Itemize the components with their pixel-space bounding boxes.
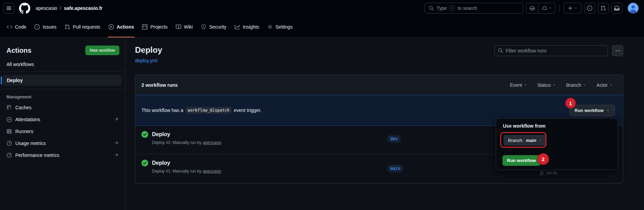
play-icon (108, 24, 114, 30)
banner-text-before: This workflow has a (141, 108, 183, 113)
tab-security[interactable]: Security (197, 16, 231, 37)
branch-filter-dropdown[interactable]: Branch (566, 82, 586, 88)
new-workflow-button[interactable]: New workflow (85, 46, 119, 55)
search-placeholder-prefix: Type (437, 5, 447, 11)
create-new-button[interactable] (564, 3, 581, 14)
run-description: Deploy #1: Manually run by (152, 169, 201, 174)
tab-label: Issues (43, 24, 56, 30)
copilot-icon (529, 5, 535, 11)
filter-label: Status (537, 82, 551, 88)
filter-workflow-runs-input[interactable] (494, 45, 608, 56)
sidebar-item-runners[interactable]: Runners (0, 125, 125, 137)
issues-button[interactable] (584, 3, 595, 14)
tab-label: Insights (243, 24, 259, 30)
inbox-button[interactable] (611, 3, 622, 14)
tab-label: Actions (117, 24, 134, 30)
breadcrumb-repo[interactable]: safe.apescasio.fr (64, 5, 103, 11)
global-search-input[interactable]: Type / to search (425, 3, 523, 14)
copilot-button[interactable] (526, 3, 538, 13)
sidebar-item-caches[interactable]: Caches (0, 101, 125, 113)
arrow-up-right-icon (114, 141, 119, 145)
sidebar-item-performance-metrics[interactable]: Performance metrics (0, 149, 125, 161)
event-filter-dropdown[interactable]: Event (510, 82, 527, 88)
chevron-down-icon (539, 139, 542, 142)
run-workflow-dropdown-button[interactable]: Run workflow (570, 105, 615, 116)
workflow-options-button[interactable] (612, 45, 623, 56)
sidebar-item-all-workflows[interactable]: All workflows (0, 59, 125, 71)
branch-badge[interactable]: dev (387, 135, 401, 143)
tab-actions[interactable]: Actions (104, 16, 138, 37)
filter-label: Branch (566, 82, 581, 88)
sidebar-section-management: Management (0, 89, 125, 101)
filter-label: Actor (596, 82, 608, 88)
database-icon (6, 105, 12, 110)
verified-icon (6, 117, 12, 122)
banner-text-after: event trigger. (234, 108, 261, 113)
tab-wiki[interactable]: Wiki (172, 16, 197, 37)
meter-icon (6, 141, 12, 146)
tab-settings[interactable]: Settings (263, 16, 297, 37)
github-actions-page: apescasio / safe.apescasio.fr Type / to … (0, 0, 644, 210)
branch-prefix: Branch: (508, 138, 523, 143)
chevron-down-icon (574, 6, 578, 10)
chevron-down-icon (583, 83, 586, 87)
workflow-file-link[interactable]: deploy.yml (135, 58, 157, 63)
run-duration: 1m 0s (539, 171, 557, 175)
filter-label: Event (510, 82, 522, 88)
breadcrumb-owner[interactable]: apescasio (36, 5, 57, 11)
status-filter-dropdown[interactable]: Status (537, 82, 556, 88)
issue-opened-icon (34, 24, 40, 30)
run-title-link[interactable]: Deploy (152, 159, 221, 166)
sidebar-item-usage-metrics[interactable]: Usage metrics (0, 137, 125, 149)
tab-issues[interactable]: Issues (30, 16, 60, 37)
gear-icon (267, 24, 273, 30)
tab-label: Wiki (184, 24, 193, 30)
actor-filter-dropdown[interactable]: Actor (596, 82, 613, 88)
arrow-up-right-icon (114, 117, 119, 122)
run-actor-link[interactable]: apescasio (203, 169, 221, 174)
run-subtitle: Deploy #1: Manually run by apescasio (152, 169, 221, 174)
inbox-icon (614, 5, 620, 11)
tab-pull-requests[interactable]: Pull requests (61, 16, 104, 37)
run-info: Deploy Deploy #2: Manually run by apesca… (152, 131, 221, 145)
tab-code[interactable]: Code (3, 16, 30, 37)
workflow-runs-count: 2 workflow runs (141, 82, 178, 88)
branch-value: main (526, 138, 536, 143)
sidebar-item-attestations[interactable]: Attestations (0, 113, 125, 125)
run-actor-link[interactable]: apescasio (203, 140, 221, 145)
project-icon (142, 24, 148, 30)
breadcrumb-separator: / (60, 5, 61, 11)
run-subtitle: Deploy #2: Manually run by apescasio (152, 140, 221, 145)
run-workflow-submit-button[interactable]: Run workflow (503, 155, 540, 166)
actions-sidebar: Actions New workflow All workflows Deplo… (0, 37, 125, 210)
sidebar-item-deploy-selected[interactable]: Deploy (3, 75, 121, 86)
branch-selector-dropdown[interactable]: Branch:main (504, 135, 546, 145)
banner-text: This workflow has a workflow_dispatch ev… (141, 107, 261, 114)
chevron-down-icon (609, 83, 613, 87)
code-icon (7, 24, 12, 30)
sidebar-title: Actions (6, 47, 31, 54)
meter-icon (6, 152, 12, 158)
pull-requests-button[interactable] (598, 3, 609, 14)
github-logo[interactable] (19, 3, 30, 14)
issue-opened-icon (587, 5, 592, 11)
run-title-link[interactable]: Deploy (152, 131, 221, 138)
avatar-image (628, 3, 639, 14)
check-circle-icon (141, 160, 148, 166)
search-placeholder-suffix: to search (458, 5, 477, 11)
avatar[interactable] (628, 3, 639, 14)
tab-label: Settings (275, 24, 293, 30)
arrow-up-right-icon (114, 153, 119, 157)
branch-badge[interactable]: main (387, 165, 403, 172)
book-icon (176, 24, 181, 30)
slash-key-hint: / (450, 5, 455, 11)
check-circle-icon (141, 131, 148, 138)
tab-insights[interactable]: Insights (231, 16, 263, 37)
run-info: Deploy Deploy #1: Manually run by apesca… (152, 159, 221, 174)
tab-projects[interactable]: Projects (138, 16, 172, 37)
copilot-dropdown-button[interactable] (538, 3, 555, 13)
plus-icon (567, 5, 573, 11)
tab-label: Pull requests (73, 24, 100, 30)
hamburger-menu-button[interactable] (3, 3, 14, 14)
sidebar-item-label: Performance metrics (15, 152, 59, 158)
